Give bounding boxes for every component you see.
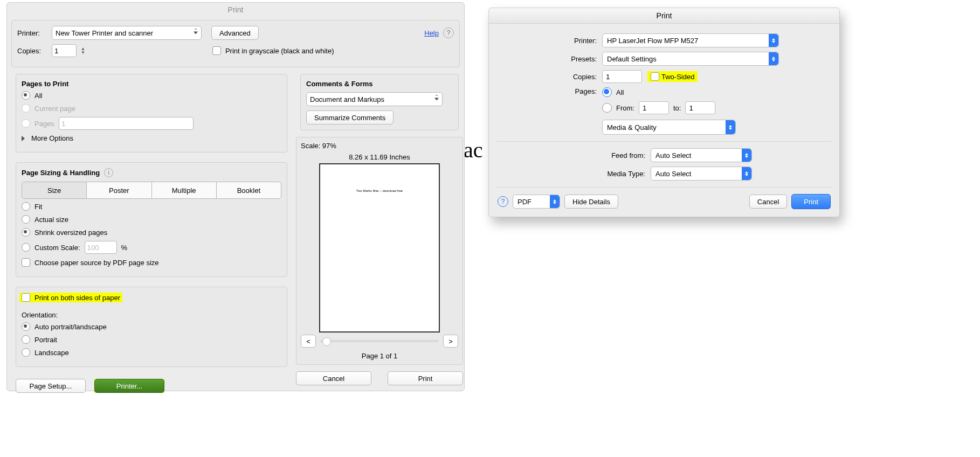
dropdown-icon	[742, 167, 751, 180]
cancel-button[interactable]: Cancel	[296, 371, 371, 385]
to-input[interactable]	[685, 101, 715, 114]
custom-scale-radio[interactable]	[22, 243, 30, 252]
dialog-title: Print	[7, 3, 464, 17]
from-label: From:	[616, 104, 634, 112]
help-icon[interactable]: ?	[443, 27, 454, 38]
print-button[interactable]: Print	[791, 194, 831, 209]
media-type-label: Media Type:	[500, 170, 651, 178]
scale-label: Scale: 97%	[301, 142, 458, 150]
print-button[interactable]: Print	[388, 371, 463, 385]
copies-stepper[interactable]: ▲▼	[81, 47, 85, 54]
preview-content-text: Two Marks Max – download free	[356, 189, 403, 192]
portrait-label: Portrait	[34, 336, 57, 344]
page-dimensions: 8.26 x 11.69 Inches	[301, 153, 458, 161]
help-button[interactable]: ?	[498, 196, 508, 207]
custom-scale-label: Custom Scale:	[34, 244, 80, 252]
pdf-popup[interactable]: PDF	[513, 195, 560, 209]
to-label: to:	[673, 104, 681, 112]
pages-range-input[interactable]	[59, 117, 194, 130]
shrink-label: Shrink oversized pages	[34, 228, 107, 237]
portrait-radio[interactable]	[22, 335, 30, 344]
dropdown-icon	[769, 52, 778, 65]
printer-label: Printer:	[500, 37, 602, 45]
help-link[interactable]: Help	[424, 29, 439, 37]
pages-all-radio[interactable]	[22, 91, 30, 100]
pages-all-label: All	[616, 88, 624, 96]
pages-from-radio[interactable]	[602, 103, 612, 113]
sizing-heading: Page Sizing & Handling	[22, 169, 100, 177]
grayscale-label: Print in grayscale (black and white)	[225, 47, 334, 55]
landscape-radio[interactable]	[22, 348, 30, 357]
feed-from-popup[interactable]: Auto Select	[651, 148, 752, 162]
landscape-label: Landscape	[34, 349, 69, 357]
background-text: ac	[464, 137, 483, 163]
copies-input[interactable]	[52, 44, 77, 57]
next-page-button[interactable]: >	[443, 335, 458, 348]
pages-to-print-heading: Pages to Print	[22, 80, 68, 88]
comments-select[interactable]: Document and Markups	[306, 92, 443, 106]
pages-all-radio[interactable]	[602, 87, 612, 97]
media-type-popup[interactable]: Auto Select	[651, 167, 752, 181]
prev-page-button[interactable]: <	[301, 335, 316, 348]
page-setup-button[interactable]: Page Setup...	[16, 379, 86, 393]
dropdown-icon	[769, 34, 778, 47]
fit-radio[interactable]	[22, 202, 30, 211]
more-options[interactable]: More Options	[31, 134, 73, 142]
orientation-label: Orientation:	[22, 311, 281, 319]
printer-label: Printer:	[17, 29, 47, 37]
from-input[interactable]	[639, 101, 669, 114]
comments-forms-heading: Comments & Forms	[306, 80, 373, 88]
copies-input[interactable]	[602, 70, 642, 83]
choose-source-label: Choose paper source by PDF page size	[34, 259, 159, 267]
dropdown-icon	[742, 149, 751, 162]
feed-from-label: Feed from:	[500, 151, 651, 160]
tab-size[interactable]: Size	[22, 182, 87, 199]
print-dialog-acrobat: Print Printer: New Tower Printer and sca…	[6, 2, 465, 391]
dropdown-icon	[550, 195, 560, 208]
shrink-radio[interactable]	[22, 228, 30, 237]
cancel-button[interactable]: Cancel	[749, 195, 787, 209]
pages-range-label: Pages	[34, 120, 54, 128]
page-slider[interactable]	[320, 340, 439, 342]
info-icon[interactable]: i	[104, 168, 113, 177]
advanced-button[interactable]: Advanced	[211, 26, 259, 40]
custom-scale-input[interactable]	[85, 241, 117, 254]
both-sides-label: Print on both sides of paper	[34, 294, 120, 302]
two-sided-label: Two-Sided	[661, 73, 694, 81]
hide-details-button[interactable]: Hide Details	[564, 195, 618, 209]
tab-poster[interactable]: Poster	[87, 182, 151, 199]
actual-radio[interactable]	[22, 215, 30, 224]
copies-label: Copies:	[500, 73, 602, 81]
pages-label: Pages:	[500, 87, 602, 95]
printer-button[interactable]: Printer...	[94, 379, 164, 393]
tab-booklet[interactable]: Booklet	[217, 182, 281, 199]
presets-label: Presets:	[500, 55, 602, 63]
auto-orient-radio[interactable]	[22, 322, 30, 331]
auto-orient-label: Auto portrait/landscape	[34, 323, 107, 331]
current-page-radio	[22, 104, 30, 113]
disclosure-icon[interactable]	[22, 136, 25, 141]
pages-range-radio	[22, 119, 30, 128]
two-sided-checkbox[interactable]	[651, 72, 659, 81]
fit-label: Fit	[34, 203, 42, 211]
current-page-label: Current page	[34, 105, 75, 113]
page-counter: Page 1 of 1	[301, 352, 458, 360]
pages-all-label: All	[34, 92, 42, 100]
percent-label: %	[121, 244, 128, 252]
page-preview: Two Marks Max – download free	[319, 163, 440, 333]
dialog-title: Print	[489, 8, 839, 24]
choose-source-checkbox[interactable]	[22, 258, 30, 267]
tab-multiple[interactable]: Multiple	[152, 182, 217, 199]
presets-popup[interactable]: Default Settings	[602, 52, 779, 66]
copies-label: Copies:	[17, 47, 47, 55]
actual-label: Actual size	[34, 216, 68, 224]
section-popup[interactable]: Media & Quality	[602, 120, 736, 135]
print-dialog-system: Print Printer: HP LaserJet Flow MFP M527…	[488, 8, 840, 217]
printer-select[interactable]: New Tower Printer and scanner	[52, 26, 202, 40]
grayscale-checkbox[interactable]	[212, 46, 221, 55]
summarize-button[interactable]: Summarize Comments	[306, 110, 394, 124]
printer-popup[interactable]: HP LaserJet Flow MFP M527	[602, 33, 779, 47]
dropdown-icon	[726, 120, 735, 134]
both-sides-checkbox[interactable]	[22, 293, 30, 302]
